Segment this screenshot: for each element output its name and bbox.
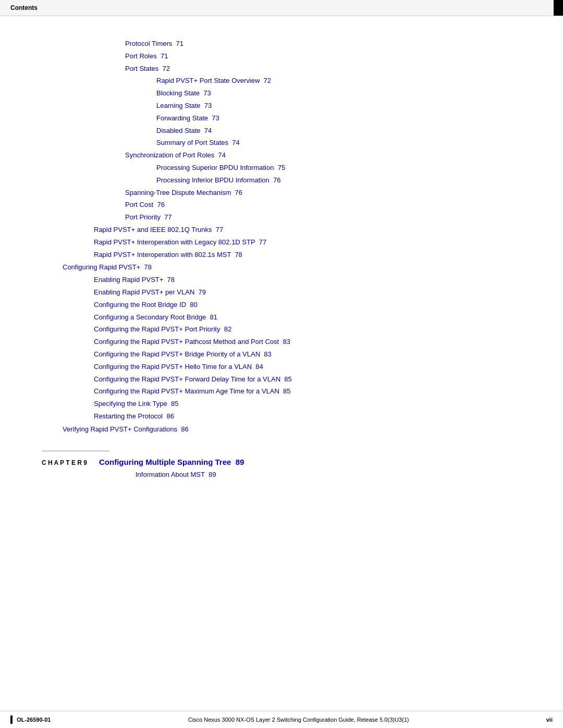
toc-link-verifying-rapid-pvst[interactable]: Verifying Rapid PVST+ Configurations 86	[63, 425, 189, 433]
list-item: Configuring the Rapid PVST+ Maximum Age …	[94, 386, 521, 397]
list-item: Configuring a Secondary Root Bridge 81	[94, 312, 521, 323]
list-item: Synchronization of Port Roles 74	[125, 150, 521, 161]
list-item: Restarting the Protocol 86	[94, 411, 521, 422]
toc-link-proc-inferior-bpdu[interactable]: Processing Inferior BPDU Information 76	[156, 176, 280, 184]
toc-link-port-roles[interactable]: Port Roles 71	[125, 52, 168, 60]
toc-link-configuring-forward-delay[interactable]: Configuring the Rapid PVST+ Forward Dela…	[94, 375, 292, 383]
toc-link-rapid-pvst-interop-mst[interactable]: Rapid PVST+ Interoperation with 802.1s M…	[94, 251, 242, 258]
toc-link-disabled-state[interactable]: Disabled State 74	[156, 127, 212, 134]
toc-link-configuring-rapid-pvst[interactable]: Configuring Rapid PVST+ 78	[63, 263, 152, 271]
black-square-decoration	[554, 0, 563, 16]
toc-link-restarting-protocol[interactable]: Restarting the Protocol 86	[94, 412, 174, 420]
chapter-label: C H A P T E R 9	[42, 459, 89, 466]
toc-link-configuring-secondary-root[interactable]: Configuring a Secondary Root Bridge 81	[94, 313, 217, 321]
list-item: Configuring the Rapid PVST+ Pathcost Met…	[94, 337, 521, 348]
toc-link-summary-port-states[interactable]: Summary of Port States 74	[156, 139, 240, 146]
list-item: Rapid PVST+ and IEEE 802.1Q Trunks 77	[94, 225, 521, 236]
list-item: Summary of Port States 74	[156, 138, 521, 149]
page-footer: OL-26590-01 Cisco Nexus 3000 NX-OS Layer…	[0, 711, 563, 728]
list-item: Configuring the Rapid PVST+ Port Priorit…	[94, 324, 521, 335]
chapter-separator	[42, 451, 109, 451]
toc-link-rapid-pvst-ieee[interactable]: Rapid PVST+ and IEEE 802.1Q Trunks 77	[94, 226, 223, 233]
footer-doc-id: OL-26590-01	[17, 717, 51, 723]
list-item: Information About MST 89	[136, 470, 521, 480]
toc-link-rapid-pvst-interop-legacy[interactable]: Rapid PVST+ Interoperation with Legacy 8…	[94, 238, 266, 246]
chapter-heading-row: C H A P T E R 9 Configuring Multiple Spa…	[42, 458, 521, 466]
list-item: Protocol Timers 71	[125, 39, 521, 50]
list-item: Configuring the Rapid PVST+ Hello Time f…	[94, 362, 521, 373]
list-item: Enabling Rapid PVST+ per VLAN 79	[94, 287, 521, 298]
list-item: Rapid PVST+ Interoperation with 802.1s M…	[94, 250, 521, 261]
chapter-title-link[interactable]: Configuring Multiple Spanning Tree 89	[99, 458, 244, 466]
toc-link-sync-port-roles[interactable]: Synchronization of Port Roles 74	[125, 151, 226, 159]
toc-link-configuring-pathcost[interactable]: Configuring the Rapid PVST+ Pathcost Met…	[94, 338, 290, 346]
toc-link-spanning-tree-dispute[interactable]: Spanning-Tree Dispute Mechanism 76	[125, 189, 242, 196]
page-container: Contents Protocol Timers 71 Port Roles 7…	[0, 0, 563, 728]
toc-link-enabling-rapid-pvst-per-vlan[interactable]: Enabling Rapid PVST+ per VLAN 79	[94, 288, 206, 296]
toc-link-specifying-link-type[interactable]: Specifying the Link Type 85	[94, 400, 178, 408]
toc-link-configuring-root-bridge[interactable]: Configuring the Root Bridge ID 80	[94, 301, 198, 309]
list-item: Port Roles 71	[125, 51, 521, 62]
toc-content-area: Protocol Timers 71 Port Roles 71 Port St…	[0, 16, 563, 502]
list-item: Spanning-Tree Dispute Mechanism 76	[125, 188, 521, 199]
list-item: Forwarding State 73	[156, 113, 521, 124]
footer-page-number: vii	[546, 717, 553, 723]
toc-link-enabling-rapid-pvst[interactable]: Enabling Rapid PVST+ 78	[94, 276, 175, 283]
toc-link-port-priority[interactable]: Port Priority 77	[125, 213, 172, 221]
list-item: Port Priority 77	[125, 212, 521, 223]
list-item: Rapid PVST+ Interoperation with Legacy 8…	[94, 237, 521, 248]
toc-link-configuring-max-age[interactable]: Configuring the Rapid PVST+ Maximum Age …	[94, 387, 291, 395]
list-item: Configuring the Root Bridge ID 80	[94, 300, 521, 311]
list-item: Blocking State 73	[156, 88, 521, 99]
list-item: Configuring the Rapid PVST+ Bridge Prior…	[94, 349, 521, 360]
footer-bar-decoration	[10, 715, 13, 724]
list-item: Port States 72	[125, 64, 521, 75]
toc-link-port-states[interactable]: Port States 72	[125, 65, 170, 72]
list-item: Configuring Rapid PVST+ 78	[63, 262, 521, 273]
list-item: Configuring the Rapid PVST+ Forward Dela…	[94, 374, 521, 385]
list-item: Verifying Rapid PVST+ Configurations 86	[63, 424, 521, 435]
toc-link-port-cost[interactable]: Port Cost 76	[125, 201, 165, 208]
list-item: Specifying the Link Type 85	[94, 399, 521, 410]
toc-link-configuring-port-priority[interactable]: Configuring the Rapid PVST+ Port Priorit…	[94, 325, 231, 333]
list-item: Learning State 73	[156, 101, 521, 112]
footer-center-text: Cisco Nexus 3000 NX-OS Layer 2 Switching…	[188, 717, 409, 723]
header-bar: Contents	[0, 0, 563, 16]
list-item: Enabling Rapid PVST+ 78	[94, 275, 521, 286]
footer-left: OL-26590-01	[10, 715, 51, 724]
toc-link-rapid-pvst-port-state-overview[interactable]: Rapid PVST+ Port State Overview 72	[156, 77, 271, 84]
toc-link-protocol-timers[interactable]: Protocol Timers 71	[125, 40, 183, 47]
toc-link-forwarding-state[interactable]: Forwarding State 73	[156, 114, 219, 122]
toc-link-proc-superior-bpdu[interactable]: Processing Superior BPDU Information 75	[156, 164, 285, 171]
toc-link-blocking-state[interactable]: Blocking State 73	[156, 89, 211, 97]
toc-link-info-about-mst[interactable]: Information About MST 89	[136, 471, 216, 478]
header-contents-label: Contents	[10, 4, 38, 11]
toc-link-configuring-hello-time[interactable]: Configuring the Rapid PVST+ Hello Time f…	[94, 363, 263, 371]
list-item: Port Cost 76	[125, 200, 521, 211]
list-item: Processing Inferior BPDU Information 76	[156, 175, 521, 186]
toc-link-configuring-bridge-priority[interactable]: Configuring the Rapid PVST+ Bridge Prior…	[94, 350, 272, 358]
list-item: Disabled State 74	[156, 126, 521, 137]
toc-link-learning-state[interactable]: Learning State 73	[156, 102, 212, 109]
list-item: Rapid PVST+ Port State Overview 72	[156, 76, 521, 87]
list-item: Processing Superior BPDU Information 75	[156, 163, 521, 174]
